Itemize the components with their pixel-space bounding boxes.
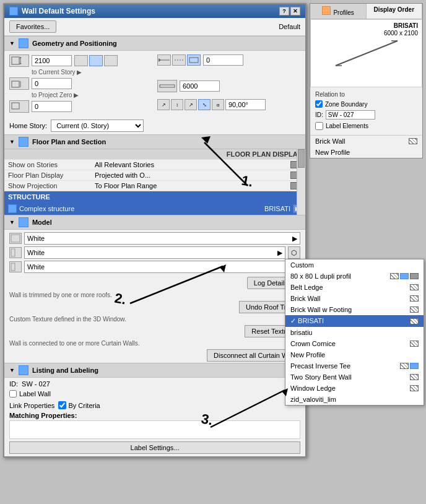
height-input[interactable] [32, 55, 72, 66]
home-story-select[interactable]: Current (0. Story) [51, 119, 144, 132]
material-extra-icon-2[interactable]: ⬡ [288, 246, 300, 259]
toolbar: Favorites... Default [4, 18, 305, 36]
top-height-row [157, 54, 300, 66]
display-order-tab[interactable]: Display Order [367, 4, 423, 19]
angle-icon-1[interactable]: ↗ [157, 99, 170, 110]
zone-boundary-checkbox[interactable] [315, 100, 323, 108]
brick-wall-icons [409, 138, 417, 144]
precast-label: Precast Inverse Tee [290, 362, 350, 370]
close-button[interactable]: ✕ [290, 7, 300, 15]
to-current-story-link[interactable]: to Current Story ▶ [32, 69, 82, 76]
floor-plan-display-value: Projected with O... [91, 170, 287, 181]
model-section-header[interactable]: ▼ Model [4, 215, 305, 230]
profile-list-section: Brick Wall New Profile [310, 135, 422, 158]
listing-title: Listing and Labeling [32, 367, 98, 374]
length-input[interactable] [180, 80, 220, 92]
complex-structure-row[interactable]: Complex structure BRISATI ▶ [4, 202, 305, 215]
scrollbar[interactable] [297, 149, 305, 215]
floor-plan-section-header[interactable]: ▼ Floor Plan and Section [4, 134, 305, 149]
mode-icon-3[interactable] [104, 55, 118, 66]
svg-rect-12 [11, 235, 20, 242]
top-icon-2[interactable] [172, 54, 186, 66]
listing-section-header[interactable]: ▼ Listing and Labeling [4, 363, 305, 378]
belt-ledge-icon [410, 284, 419, 290]
svg-marker-8 [159, 58, 161, 62]
table-row[interactable]: Floor Plan Display Projected with O... [4, 170, 305, 181]
material-dropdown-2[interactable]: White ▶ [24, 246, 285, 259]
offset-input[interactable] [32, 78, 72, 89]
label-elements-checkbox[interactable] [315, 122, 323, 130]
svg-marker-2 [19, 57, 22, 58]
dropdown-item-brisatiu[interactable]: brisatiu [285, 327, 424, 338]
material-row-2: White ▶ ⬡ [9, 246, 300, 259]
table-row[interactable]: Show on Stories All Relevant Stories [4, 160, 305, 170]
model-icon [19, 217, 28, 227]
id-value-display: SW - 027 [22, 380, 50, 388]
window-ledge-icons [410, 385, 419, 391]
crown-cornice-icons [410, 341, 419, 347]
window-title: Wall Default Settings [22, 7, 95, 15]
zone-section: Relation to Zone Boundary ID: Label Elem… [310, 87, 422, 134]
dropdown-item-new-profile[interactable]: New Profile [285, 349, 424, 360]
home-story-row: Home Story: Current (0. Story) [4, 118, 305, 134]
material-dropdown-1[interactable]: White ▶ [24, 232, 300, 245]
angle-icon-5[interactable]: α [212, 99, 224, 110]
mode-icon-1[interactable] [74, 55, 88, 66]
brick-wall-hatch-icon [409, 138, 417, 144]
svg-rect-14 [11, 263, 15, 271]
to-project-zero-link[interactable]: to Project Zero ▶ [32, 92, 79, 98]
dropdown-item-brick-wall-footing[interactable]: Brick Wall w Footing [285, 304, 424, 315]
top-icon-1[interactable] [157, 54, 171, 66]
top-height-input[interactable] [203, 54, 243, 66]
dropdown-item-brick-wall[interactable]: Brick Wall [285, 293, 424, 304]
material-dropdown-arrow-1: ▶ [292, 235, 297, 243]
profiles-tab[interactable]: Profiles [310, 4, 367, 19]
label-wall-checkbox[interactable] [9, 390, 17, 398]
dropdown-item-zid[interactable]: zid_valoviti_lim [285, 394, 424, 405]
angle-icons: ↗ ↕ ↗ ⤡ α [157, 99, 224, 110]
two-story-icons [410, 374, 419, 380]
top-icon-3[interactable] [187, 54, 201, 66]
curtain-wall-info: Wall is connected to one or more Curtain… [4, 339, 305, 348]
bottom-offset-row [9, 100, 152, 113]
dropdown-item-belt-ledge[interactable]: Belt Ledge [285, 282, 424, 293]
80x80-label: 80 x 80 L dupli profil [290, 272, 351, 280]
angle-icon-3[interactable]: ↗ [185, 99, 197, 110]
offset-row [9, 77, 152, 90]
bottom-offset-input[interactable] [32, 101, 72, 112]
material-value-3: White [27, 263, 45, 271]
material-dropdown-3[interactable]: White ▶ [24, 261, 300, 273]
dropdown-item-80x80[interactable]: 80 x 80 L dupli profil [285, 271, 424, 282]
help-button[interactable]: ? [279, 7, 289, 15]
mode-icon-2[interactable] [89, 55, 103, 66]
new-profile-dd-label: New Profile [290, 351, 325, 358]
title-bar-controls: ? ✕ [279, 7, 300, 15]
dropdown-item-window-ledge[interactable]: Window Ledge [285, 383, 424, 394]
geometry-section-header[interactable]: ▼ Geometry and Positioning [4, 36, 305, 51]
angle-input[interactable] [225, 99, 266, 110]
dropdown-item-crown-cornice[interactable]: Crown Cornice [285, 338, 424, 349]
dropdown-item-custom[interactable]: Custom [285, 259, 424, 271]
floor-plan-display-label: Floor Plan Display [4, 170, 91, 181]
favorites-button[interactable]: Favorites... [9, 20, 56, 33]
height-row [9, 54, 152, 67]
brick-wall-footing-label: Brick Wall w Footing [290, 306, 352, 313]
label-settings-button[interactable]: Label Settings... [9, 441, 300, 454]
dropdown-item-precast[interactable]: Precast Inverse Tee [285, 360, 424, 371]
bottom-offset-icon [9, 100, 29, 113]
panel-id-input[interactable] [326, 110, 375, 119]
dropdown-item-brisati[interactable]: ✓ BRISATI [285, 315, 424, 327]
angle-icon-4[interactable]: ⤡ [198, 99, 211, 110]
by-criteria-label: By Criteria [58, 401, 100, 409]
angle-icon-2[interactable]: ↕ [171, 99, 183, 110]
brick-wall-item[interactable]: Brick Wall [310, 136, 422, 147]
relation-to-label: Relation to [313, 90, 420, 99]
dropdown-item-two-story[interactable]: Two Story Bent Wall [285, 371, 424, 383]
svg-rect-6 [12, 103, 19, 109]
scrollbar-thumb[interactable] [298, 149, 305, 168]
crown-cornice-icon [410, 341, 419, 347]
brick-wall-dd-label: Brick Wall [290, 295, 320, 302]
table-row[interactable]: Show Projection To Floor Plan Range [4, 181, 305, 191]
new-profile-item[interactable]: New Profile [310, 147, 422, 158]
by-criteria-checkbox[interactable] [58, 401, 66, 409]
